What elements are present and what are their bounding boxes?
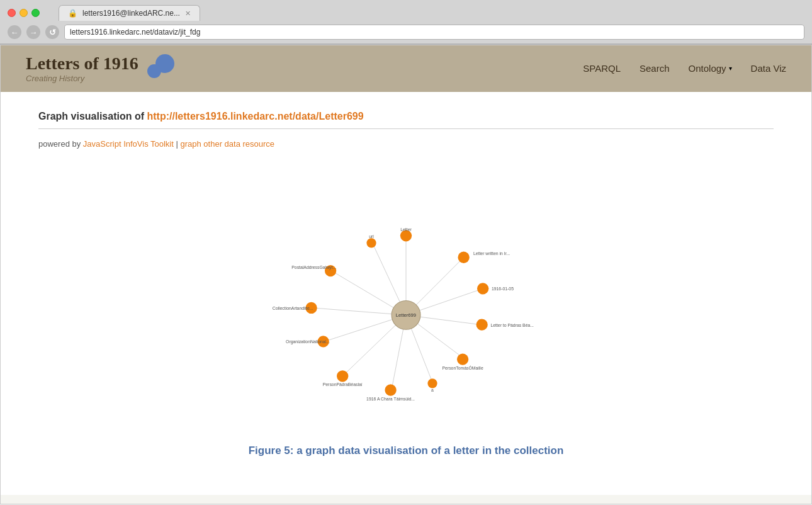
- close-button[interactable]: [8, 9, 16, 17]
- svg-text:Letter: Letter: [400, 227, 412, 232]
- tab-bar: 🔒 letters1916@linkedARC.ne... ✕: [59, 5, 200, 21]
- nav-sparql-link[interactable]: SPARQL: [583, 63, 621, 74]
- graph-svg: Letter699 Letter Letter written in Ir...…: [38, 161, 774, 426]
- figure-caption: Figure 5: a graph data visualisation of …: [38, 438, 774, 470]
- tab-close-button[interactable]: ✕: [185, 9, 191, 18]
- browser-nav: ← → ↺: [0, 21, 812, 44]
- logo-icon: [146, 54, 178, 82]
- svg-text:1916 A Chara Táimsúid...: 1916 A Chara Táimsúid...: [366, 396, 415, 400]
- refresh-button[interactable]: ↺: [45, 25, 59, 39]
- node-letter-written: [458, 251, 469, 263]
- browser-chrome: 🔒 letters1916@linkedARC.ne... ✕ ← → ↺: [0, 0, 812, 45]
- chevron-down-icon: ▾: [729, 65, 732, 72]
- tab-title: letters1916@linkedARC.ne...: [82, 9, 180, 18]
- svg-text:1916-01-05: 1916-01-05: [492, 287, 514, 291]
- node-1916-chara: [385, 384, 396, 395]
- browser-tab[interactable]: 🔒 letters1916@linkedARC.ne... ✕: [59, 5, 200, 21]
- forward-button[interactable]: →: [26, 25, 40, 39]
- svg-text:Letter699: Letter699: [396, 312, 416, 318]
- maximize-button[interactable]: [31, 9, 40, 17]
- graph-container[interactable]: Letter699 Letter Letter written in Ir...…: [38, 161, 774, 426]
- svg-text:PersonPádraBéaslaí: PersonPádraBéaslaí: [323, 382, 363, 387]
- node-url: [366, 238, 376, 247]
- svg-text:Letter to Pádras Béa...: Letter to Pádras Béa...: [490, 322, 534, 327]
- graph-title-link[interactable]: http://letters1916.linkedarc.net/data/Le…: [147, 111, 363, 122]
- jit-link[interactable]: JavaScript InfoVis Toolkit: [83, 139, 174, 149]
- website: Letters of 1916 Creating History SPARQL …: [0, 45, 812, 504]
- svg-text:PostalAddressGalwyt...: PostalAddressGalwyt...: [291, 265, 336, 270]
- node-person-tomas: [457, 353, 468, 365]
- traffic-lights: [8, 9, 40, 17]
- logo-text-group: Letters of 1916 Creating History: [26, 54, 138, 83]
- logo-circle-small: [147, 64, 161, 78]
- site-nav: SPARQL Search Ontology ▾ Data Viz: [583, 63, 786, 74]
- browser-titlebar: 🔒 letters1916@linkedARC.ne... ✕: [0, 0, 812, 21]
- svg-text:url: url: [369, 234, 374, 239]
- svg-text:a: a: [431, 388, 434, 392]
- minimize-button[interactable]: [20, 9, 28, 17]
- svg-text:CollectionArtandlite...: CollectionArtandlite...: [273, 306, 313, 310]
- main-content: Graph visualisation of http://letters191…: [1, 92, 811, 495]
- graph-title-prefix: Graph visualisation of: [38, 111, 147, 122]
- node-a: [427, 378, 437, 388]
- node-date: [477, 283, 488, 294]
- site-title: Letters of 1916: [26, 54, 138, 74]
- back-button[interactable]: ←: [8, 25, 21, 39]
- tab-favicon: 🔒: [68, 9, 77, 18]
- nav-search-link[interactable]: Search: [640, 63, 670, 74]
- svg-text:Letter written in Ir...: Letter written in Ir...: [473, 251, 510, 256]
- node-letter-to: [476, 319, 487, 330]
- graph-title: Graph visualisation of http://letters191…: [38, 111, 774, 122]
- nav-ontology-dropdown[interactable]: Ontology ▾: [689, 63, 732, 74]
- site-header: Letters of 1916 Creating History SPARQL …: [1, 45, 811, 92]
- svg-text:PersonTomásÓMaille: PersonTomásÓMaille: [443, 365, 483, 370]
- svg-text:OrganizationNational...: OrganizationNational...: [286, 339, 330, 344]
- powered-separator: |: [174, 139, 181, 149]
- powered-by: powered by JavaScript InfoVis Toolkit | …: [38, 139, 774, 149]
- node-person-padra: [337, 370, 348, 382]
- logo-area: Letters of 1916 Creating History: [26, 54, 178, 83]
- nav-ontology-link[interactable]: Ontology: [689, 63, 726, 74]
- nav-dataviz-link[interactable]: Data Viz: [751, 63, 786, 74]
- graph-other-link[interactable]: graph other data resource: [180, 139, 274, 149]
- node-letter: [400, 230, 412, 241]
- site-tagline: Creating History: [26, 74, 138, 83]
- divider: [38, 128, 774, 129]
- address-bar[interactable]: [64, 25, 804, 40]
- powered-prefix: powered by: [38, 139, 83, 149]
